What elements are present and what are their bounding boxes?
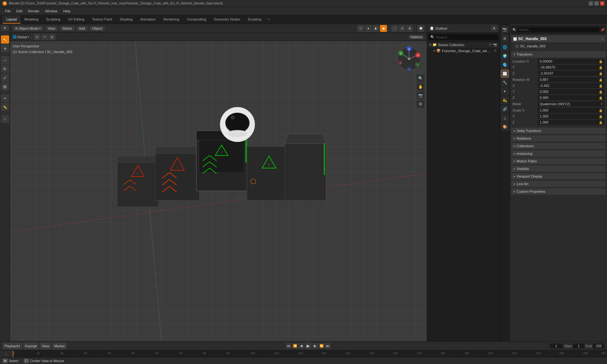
jump-end-btn[interactable]: ⏭ xyxy=(325,343,331,349)
select-menu[interactable]: Select xyxy=(60,26,75,31)
anim-playback-btn[interactable]: Playback ▾ xyxy=(3,343,22,349)
view-menu[interactable]: View xyxy=(45,26,58,31)
props-pin[interactable]: 📌 xyxy=(601,28,604,32)
object-name-edit[interactable]: ✏ xyxy=(601,37,604,41)
shading-solid[interactable]: ● xyxy=(365,25,372,32)
scale-z-value[interactable]: 1.000 🔒 xyxy=(538,120,604,125)
tab-modeling[interactable]: Modeling xyxy=(21,15,42,24)
anim-marker-btn[interactable]: Marker xyxy=(52,343,67,349)
current-frame[interactable]: 1 xyxy=(550,343,562,349)
rotation-y-value[interactable]: 0.000 🔒 xyxy=(538,89,604,94)
location-y-value[interactable]: -16.86575 🔒 xyxy=(538,65,604,70)
snap-toggle[interactable]: 🔲 xyxy=(417,25,424,32)
location-x-value[interactable]: 0.00000 🔒 xyxy=(538,59,604,64)
menu-help[interactable]: Help xyxy=(61,9,73,14)
tab-animation[interactable]: Animation xyxy=(137,15,160,24)
tool-add-cube[interactable]: □ xyxy=(1,115,9,123)
tab-uv-editing[interactable]: UV Editing xyxy=(64,15,88,24)
object-menu[interactable]: Object xyxy=(89,26,105,31)
tab-layout[interactable]: Layout xyxy=(3,15,21,24)
tool-move[interactable]: ↔ xyxy=(1,56,9,64)
view-layer-props-icon[interactable]: 🌐 xyxy=(501,43,509,51)
minimize-button[interactable]: ─ xyxy=(589,1,593,6)
outliner-filter[interactable]: ▼ xyxy=(491,26,497,31)
anim-keying-btn[interactable]: Keying ▾ xyxy=(23,343,39,349)
maximize-button[interactable]: □ xyxy=(594,1,599,6)
transform-global[interactable]: 🌐 Global ▾ xyxy=(13,35,29,39)
object-mode-selector[interactable]: ⊞ Object Mode ▾ xyxy=(13,26,43,31)
tab-geometry-nodes[interactable]: Geometry Nodes xyxy=(210,15,244,24)
add-menu[interactable]: Add xyxy=(77,26,88,31)
rotation-w-value[interactable]: 0.887 🔒 xyxy=(538,77,604,82)
material-props-icon[interactable]: 🎨 xyxy=(501,123,509,131)
menu-file[interactable]: File xyxy=(3,9,13,14)
visibility-header[interactable]: ▸ Visibility xyxy=(511,166,606,172)
mode-selector[interactable]: ▼ xyxy=(1,25,9,31)
start-frame[interactable]: 1 xyxy=(573,343,584,349)
menu-window[interactable]: Window xyxy=(43,9,60,14)
scale-x-value[interactable]: 1.000 🔒 xyxy=(538,108,604,113)
props-search[interactable]: Search... xyxy=(518,27,599,32)
pivot-btn[interactable]: ⊙ xyxy=(34,34,40,40)
camera-btn[interactable]: 📷 xyxy=(417,92,424,99)
tab-texture-paint[interactable]: Texture Paint xyxy=(88,15,116,24)
gizmo-toggle[interactable]: ⊕ xyxy=(406,25,413,32)
options-btn[interactable]: Options xyxy=(408,35,424,39)
shading-material[interactable]: ◐ xyxy=(372,25,379,32)
rotation-x-value[interactable]: -0.462 🔒 xyxy=(538,83,604,88)
zoom-in-btn[interactable]: 🔍 xyxy=(417,75,424,82)
tool-annotate[interactable]: ✏ xyxy=(1,94,9,102)
xray-toggle[interactable]: ⬚ xyxy=(391,25,398,32)
physics-props-icon[interactable]: 💫 xyxy=(501,96,509,104)
scene-collection-item[interactable]: ▾ 📁 Scene Collection 👁 📷 xyxy=(427,42,500,48)
play-btn[interactable]: ▶ xyxy=(305,343,312,349)
location-z-value[interactable]: -1.94197 🔒 xyxy=(538,71,604,76)
snap-btn[interactable]: ⌖ xyxy=(41,34,48,40)
custom-properties-header[interactable]: ▸ Custom Properties xyxy=(511,188,606,195)
overlay-toggle[interactable]: ⊙ xyxy=(399,25,406,32)
viewport[interactable]: ⊞ Object Mode ▾ View Select Add Object ⬡… xyxy=(10,24,427,341)
tool-rotate[interactable]: ↻ xyxy=(1,65,9,73)
modifier-props-icon[interactable]: 🔧 xyxy=(501,78,509,87)
tool-select[interactable]: ↖ xyxy=(1,35,9,44)
collections-header[interactable]: ▸ Collections xyxy=(511,143,606,149)
timeline[interactable]: 1 1 10 20 30 40 50 60 70 80 90 100 110 1… xyxy=(0,350,607,357)
prev-frame-btn[interactable]: ◀ xyxy=(298,343,304,349)
proportional-btn[interactable]: ◎ xyxy=(49,34,56,40)
shading-rendered[interactable]: ◉ xyxy=(380,25,387,32)
nav-gizmo[interactable]: X -X Y -Y Z -Z xyxy=(396,46,422,71)
tool-transform[interactable]: ⊞ xyxy=(1,82,9,91)
tab-compositing[interactable]: Compositing xyxy=(183,15,210,24)
next-frame-btn[interactable]: ▶ xyxy=(312,343,318,349)
transform-section-header[interactable]: ▾ Transform xyxy=(511,51,606,58)
tool-measure[interactable]: 📏 xyxy=(1,103,9,111)
tab-scripting[interactable]: Scripting xyxy=(244,15,265,24)
jump-start-btn[interactable]: ⏮ xyxy=(286,343,291,349)
object-props-icon[interactable]: ⬜ xyxy=(501,70,509,78)
rotation-mode-select[interactable]: Quaternion (WXYZ) ▾ xyxy=(538,101,604,106)
output-props-icon[interactable]: 🖨 xyxy=(501,34,509,42)
scene-props-icon[interactable]: 🌍 xyxy=(501,52,509,60)
tool-scale[interactable]: ⤢ xyxy=(1,74,9,82)
viewport-display-header[interactable]: ▸ Viewport Display xyxy=(511,173,606,179)
data-props-icon[interactable]: △ xyxy=(501,114,509,122)
world-props-icon[interactable]: 🌎 xyxy=(501,61,509,69)
crate-item[interactable]: ▾ 📦 Futuristic_Storage_Crate_with_Sci_Fi… xyxy=(427,48,500,54)
instancing-header[interactable]: ▸ Instancing xyxy=(511,150,606,157)
outliner-search[interactable]: 🔍 Search... xyxy=(428,34,498,40)
particles-props-icon[interactable]: ✦ xyxy=(501,87,509,95)
constraints-props-icon[interactable]: 🔗 xyxy=(501,105,509,113)
grab-tool-btn[interactable]: ✋ xyxy=(417,83,424,91)
next-keyframe-btn[interactable]: ⏩ xyxy=(319,343,324,349)
line-art-header[interactable]: ▸ Line Art xyxy=(511,181,606,187)
tab-add[interactable]: + xyxy=(265,15,272,24)
rotation-z-value[interactable]: 0.000 🔒 xyxy=(538,95,604,100)
close-button[interactable]: ✕ xyxy=(600,1,604,6)
tab-rendering[interactable]: Rendering xyxy=(159,15,183,24)
relations-header[interactable]: ▸ Relations xyxy=(511,135,606,142)
scale-y-value[interactable]: 1.000 🔒 xyxy=(538,114,604,119)
shading-wireframe[interactable]: ⬡ xyxy=(357,25,364,32)
prev-keyframe-btn[interactable]: ⏪ xyxy=(292,343,298,349)
timeline-ruler-area[interactable]: 1 10 20 30 40 50 60 70 80 90 100 110 120… xyxy=(13,350,607,357)
tab-shading[interactable]: Shading xyxy=(116,15,136,24)
